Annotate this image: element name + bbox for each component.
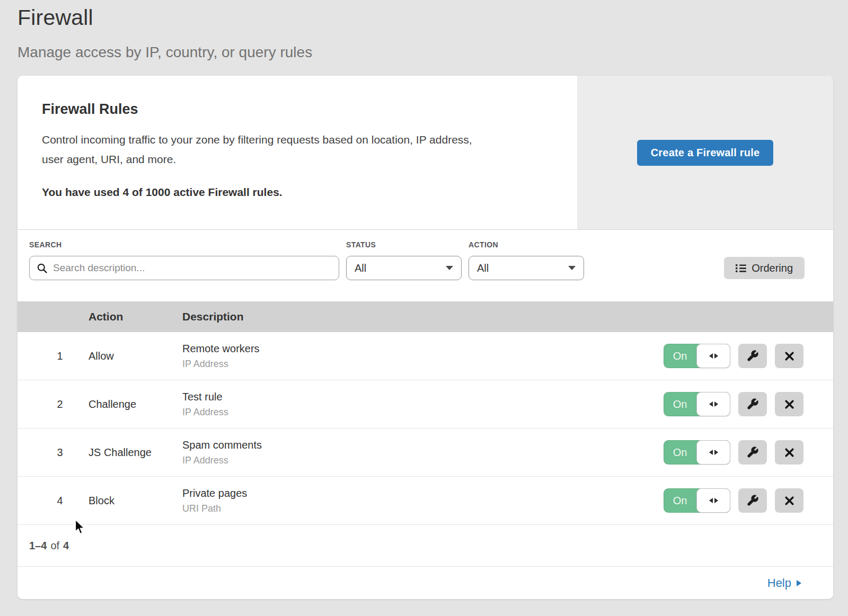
x-icon <box>784 495 795 506</box>
table-row: 3 JS Challenge Spam comments IP Address … <box>17 428 833 477</box>
search-box <box>29 256 339 280</box>
search-icon <box>37 263 48 274</box>
status-label: STATUS <box>346 240 462 249</box>
rule-priority: 4 <box>17 495 89 507</box>
rules-info-section: Firewall Rules Control incoming traffic … <box>17 76 833 230</box>
action-filter-group: ACTION All <box>469 240 584 280</box>
rule-match-type: IP Address <box>182 359 664 370</box>
delete-rule-button[interactable] <box>775 392 803 416</box>
rule-description-cell: Private pages URI Path <box>182 487 664 514</box>
rule-controls: On <box>664 440 833 465</box>
ordering-button[interactable]: Ordering <box>724 257 805 279</box>
help-link-label: Help <box>767 576 791 590</box>
x-icon <box>784 399 795 410</box>
page-subtitle: Manage access by IP, country, or query r… <box>17 44 312 61</box>
rule-action: JS Challenge <box>89 447 182 459</box>
toggle-on-label: On <box>664 440 696 465</box>
help-link[interactable]: Help <box>767 576 801 590</box>
status-selected-value: All <box>355 262 366 274</box>
rule-description: Remote workers <box>182 343 664 355</box>
edit-rule-button[interactable] <box>738 344 767 368</box>
toggle-on-label: On <box>664 488 696 513</box>
rule-priority: 3 <box>17 447 89 459</box>
table-row: 4 Block Private pages URI Path On <box>17 477 833 525</box>
x-icon <box>784 447 795 458</box>
arrow-right-icon <box>797 580 801 586</box>
rule-description-cell: Spam comments IP Address <box>182 439 664 466</box>
edit-rule-button[interactable] <box>738 392 767 416</box>
drag-handle-icon[interactable] <box>696 392 730 416</box>
rule-enabled-toggle[interactable]: On <box>664 488 730 513</box>
drag-handle-icon[interactable] <box>696 488 730 513</box>
status-filter-group: STATUS All <box>346 240 462 280</box>
rules-usage-note: You have used 4 of 1000 active Firewall … <box>42 186 545 199</box>
search-input[interactable] <box>53 262 332 274</box>
drag-handle-icon[interactable] <box>696 440 730 465</box>
rule-description: Test rule <box>182 391 664 403</box>
search-filter-group: SEARCH <box>29 240 339 280</box>
wrench-icon <box>746 446 759 459</box>
rule-match-type: IP Address <box>182 407 664 418</box>
rules-description-line2: user agent, URI, and more. <box>42 149 545 169</box>
wrench-icon <box>746 494 759 507</box>
pagination-row: 1–4 of 4 <box>17 525 833 567</box>
action-label: ACTION <box>469 240 584 249</box>
rule-action: Allow <box>89 350 182 362</box>
wrench-icon <box>746 350 759 362</box>
delete-rule-button[interactable] <box>775 488 803 513</box>
chevron-down-icon <box>568 266 576 270</box>
rule-description-cell: Test rule IP Address <box>182 391 664 418</box>
status-select[interactable]: All <box>346 256 462 280</box>
rule-match-type: IP Address <box>182 455 664 466</box>
rules-list-section: SEARCH STATUS All <box>17 230 833 599</box>
rules-description-line1: Control incoming traffic to your zone by… <box>42 130 545 149</box>
rules-description: Control incoming traffic to your zone by… <box>42 130 545 169</box>
page-header: Firewall Manage access by IP, country, o… <box>17 5 312 61</box>
edit-rule-button[interactable] <box>738 488 767 513</box>
toggle-on-label: On <box>664 392 696 416</box>
delete-rule-button[interactable] <box>775 440 803 465</box>
action-select[interactable]: All <box>469 256 584 280</box>
firewall-page: { "page": { "title": "Firewall", "subtit… <box>0 0 848 616</box>
create-firewall-rule-button[interactable]: Create a Firewall rule <box>637 140 774 166</box>
column-description: Description <box>182 310 833 323</box>
rule-controls: On <box>664 488 833 513</box>
x-icon <box>784 351 795 362</box>
firewall-rules-card: Firewall Rules Control incoming traffic … <box>17 76 833 599</box>
ordered-list-icon <box>736 264 746 273</box>
rule-priority: 2 <box>17 398 89 410</box>
column-action: Action <box>89 310 182 323</box>
wrench-icon <box>746 398 759 410</box>
action-selected-value: All <box>477 262 489 274</box>
help-row: Help <box>17 567 833 599</box>
edit-rule-button[interactable] <box>738 440 767 465</box>
rule-enabled-toggle[interactable]: On <box>664 440 730 465</box>
rule-action: Block <box>89 495 182 507</box>
create-rule-panel: Create a Firewall rule <box>577 76 833 229</box>
rule-description-cell: Remote workers IP Address <box>182 343 664 370</box>
drag-handle-icon[interactable] <box>696 344 730 368</box>
rules-info-text: Firewall Rules Control incoming traffic … <box>17 76 577 229</box>
delete-rule-button[interactable] <box>775 344 803 368</box>
rule-priority: 1 <box>17 350 89 362</box>
filter-bar: SEARCH STATUS All <box>17 230 833 301</box>
rule-description: Spam comments <box>182 439 664 451</box>
rule-controls: On <box>664 344 833 368</box>
toggle-on-label: On <box>664 344 696 368</box>
page-title: Firewall <box>17 5 312 30</box>
pagination-range: 1–4 <box>29 540 47 552</box>
pagination-total: 4 <box>63 540 69 552</box>
search-label: SEARCH <box>29 240 339 249</box>
table-row: 1 Allow Remote workers IP Address On <box>17 332 833 380</box>
rule-enabled-toggle[interactable]: On <box>664 344 730 368</box>
rule-action: Challenge <box>89 398 182 410</box>
table-row: 2 Challenge Test rule IP Address On <box>17 380 833 428</box>
rule-enabled-toggle[interactable]: On <box>664 392 730 416</box>
rule-match-type: URI Path <box>182 503 664 514</box>
rules-heading: Firewall Rules <box>42 101 545 118</box>
chevron-down-icon <box>446 266 453 270</box>
table-header: Action Description <box>17 301 833 332</box>
rule-description: Private pages <box>182 487 664 499</box>
ordering-button-label: Ordering <box>752 262 793 274</box>
pagination-of: of <box>50 540 59 552</box>
